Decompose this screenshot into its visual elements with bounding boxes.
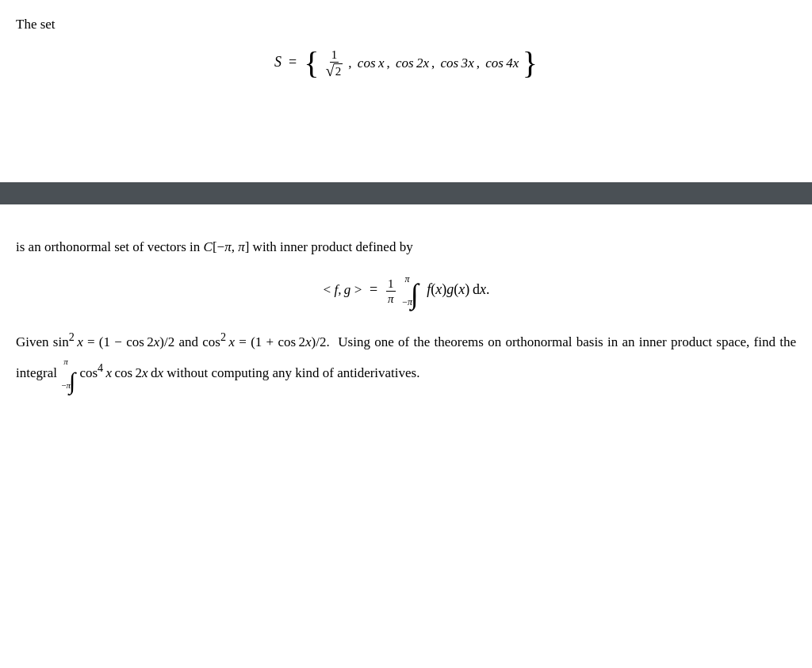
ip-numer: 1 [386, 277, 396, 292]
set-content: 1 √ 2 , cos x , cos 2x , cos 3x , cos 4x [323, 48, 519, 79]
bottom-section: is an orthonormal set of vectors in C[−π… [0, 204, 812, 409]
inner-product-notation: < f, g > [323, 282, 366, 297]
comma-2: , [386, 55, 393, 71]
fraction-1-pi: 1 π [386, 277, 396, 306]
numerator: 1 [330, 48, 339, 63]
given-integral-symbol: ∫ [69, 369, 75, 393]
given-integral: π −π ∫ [61, 354, 75, 393]
inner-product-formula: < f, g > = 1 π π −π ∫ f(x)g(x) dx. [16, 273, 796, 308]
comma-4: , [477, 55, 484, 71]
cos-2x: cos 2x [396, 55, 429, 71]
upper-limit: π [405, 273, 410, 285]
equals-sign: = [285, 54, 301, 70]
orthonormal-text: is an orthonormal set of vectors in C[−π… [16, 236, 796, 258]
given-text: Given sin2 x = (1 − cos 2x)/2 and cos2 x… [16, 327, 796, 393]
comma-1: , [348, 55, 355, 71]
comma-3: , [431, 55, 439, 71]
given-upper-limit: π [63, 354, 68, 369]
integral-symbol: ∫ [411, 280, 419, 308]
integrand: f(x)g(x) dx. [427, 281, 489, 297]
set-formula: S = { 1 √ 2 , cos x , cos 2x , cos 3x , … [16, 48, 796, 79]
right-brace: } [523, 45, 538, 81]
cos-4x: cos 4x [485, 55, 519, 71]
integral-wrapper: π −π ∫ [402, 273, 419, 308]
cos-3x: cos 3x [441, 55, 474, 71]
fraction-1-sqrt2: 1 √ 2 [324, 48, 344, 79]
denominator: √ 2 [324, 63, 344, 79]
cos-x: cos x [358, 55, 385, 71]
ip-equals: = [366, 281, 381, 297]
sqrt-2: √ 2 [326, 63, 343, 78]
set-variable: S [274, 54, 282, 70]
ip-denom: π [386, 292, 396, 306]
left-brace: { [304, 45, 319, 81]
divider-bar [0, 182, 812, 204]
top-section: The set S = { 1 √ 2 , cos x , cos 2x , c… [0, 0, 812, 182]
sqrt-content: 2 [334, 63, 343, 78]
intro-text: The set [16, 14, 796, 35]
